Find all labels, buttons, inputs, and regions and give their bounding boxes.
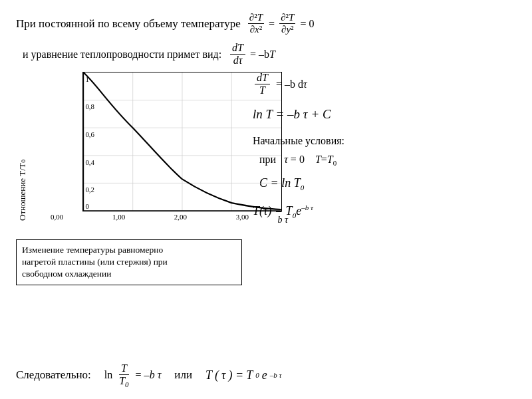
svg-text:0,8: 0,8 <box>85 102 94 110</box>
top-line: При постоянной по всему объему температу… <box>16 12 516 35</box>
dT-num: dT <box>230 42 245 55</box>
ili-text: или <box>174 368 192 382</box>
second-line-text: и уравнение теплопроводности примет вид: <box>23 49 221 61</box>
eq-row-C: C = ln T0 <box>253 176 516 192</box>
x-tick-1: 1,00 <box>112 213 125 221</box>
dT-eq: dT dτ = –bT <box>228 42 275 66</box>
partial-num1: ∂²T <box>248 12 264 24</box>
main-content: Отношение T/T₀ 1 <box>16 72 516 285</box>
svg-text:0: 0 <box>85 202 89 210</box>
svg-text:0,2: 0,2 <box>85 186 94 194</box>
bottom-eq2: T(τ) = T0e–b τ <box>205 368 281 382</box>
eq-sign2: = 0 <box>300 18 314 30</box>
eq-row-2: dT T = –b dτ <box>253 72 516 96</box>
bottom-rhs: = –b τ <box>136 369 162 381</box>
x-labels: 0,00 1,00 2,00 3,00 <box>49 211 249 221</box>
bottom-frac: T T0 <box>117 362 130 388</box>
partial-frac2: ∂²T ∂y² <box>279 12 295 35</box>
initial-conditions: Начальные условия: <box>253 135 516 147</box>
dT-frac: dT dτ <box>230 42 245 66</box>
dT-rhs: = –bT <box>250 49 275 61</box>
top-text: При постоянной по всему объему температу… <box>16 17 241 31</box>
svg-text:0,4: 0,4 <box>85 158 94 166</box>
eq-row-ln: ln T = –b τ + C <box>253 107 516 122</box>
caption-line1: Изменение температуры равномерно <box>22 245 163 255</box>
eq-row-T: T(τ) = T0e–b τ <box>253 203 516 219</box>
x-axis-label: b τ <box>277 215 288 225</box>
caption-line3: свободном охлаждении <box>22 269 112 279</box>
bottom-frac-num: T <box>119 362 129 375</box>
y-axis-label: Отношение T/T₀ <box>17 72 28 221</box>
partial-num2: ∂²T <box>279 12 295 24</box>
bottom-eq1: ln T T0 = –b τ <box>104 362 162 388</box>
x-tick-0: 0,00 <box>51 213 63 221</box>
bottom-frac-den: T0 <box>117 375 130 388</box>
bottom-line: Следовательно: ln T T0 = –b τ или T(τ) =… <box>16 362 516 388</box>
sledovatelno-label: Следовательно: <box>16 368 91 382</box>
svg-text:0,6: 0,6 <box>85 130 94 138</box>
second-line: и уравнение теплопроводности примет вид:… <box>16 42 516 66</box>
dT-den: dτ <box>231 55 245 66</box>
partial-eq: ∂²T ∂x² = ∂²T ∂y² = 0 <box>246 12 315 35</box>
x-tick-3: 3,00 <box>236 213 249 221</box>
page: При постоянной по всему объему температу… <box>0 0 532 399</box>
partial-frac1: ∂²T ∂x² <box>248 12 264 35</box>
x-tick-2: 2,00 <box>174 213 187 221</box>
eq-sign1: = <box>269 18 275 30</box>
partial-den1: ∂x² <box>249 24 264 35</box>
right-section: dT T = –b dτ ln T = –b τ + C Начальные у… <box>253 72 516 285</box>
partial-den2: ∂y² <box>280 24 295 35</box>
chart-svg: 1 0,8 0,6 0,4 0,2 0 <box>83 72 281 211</box>
chart-container: 1 0,8 0,6 0,4 0,2 0 <box>82 72 282 211</box>
cond-row: при τ = 0 T=T0 <box>253 154 516 167</box>
caption-line2: нагретой пластины (или стержня) при <box>22 257 168 267</box>
caption-box: Изменение температуры равномерно нагрето… <box>16 239 242 285</box>
left-section: Отношение T/T₀ 1 <box>16 72 242 285</box>
